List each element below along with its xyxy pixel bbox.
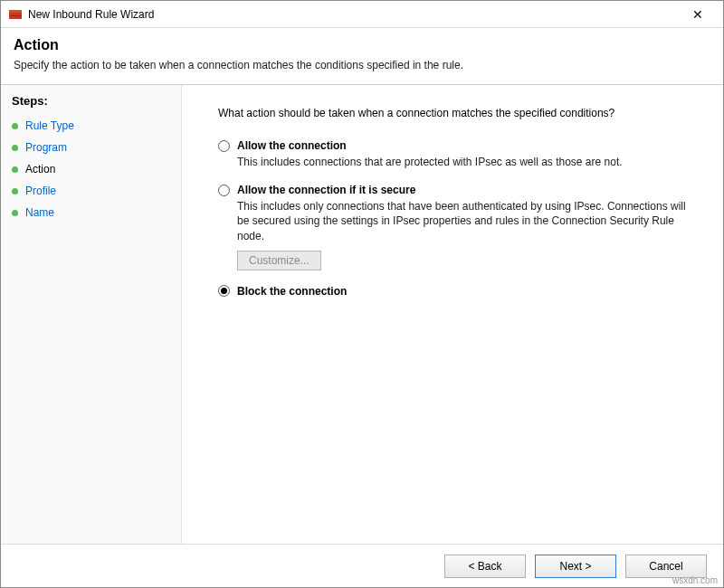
option-allow-secure: Allow the connection if it is secure Thi… bbox=[218, 184, 698, 270]
bullet-icon bbox=[12, 210, 18, 216]
content-panel: What action should be taken when a conne… bbox=[182, 85, 723, 544]
watermark: wsxdn.com bbox=[672, 575, 718, 585]
option-block: Block the connection bbox=[218, 285, 698, 298]
cancel-button[interactable]: Cancel bbox=[625, 555, 707, 578]
bullet-icon bbox=[12, 188, 18, 194]
wizard-window: New Inbound Rule Wizard ✕ Action Specify… bbox=[0, 0, 724, 588]
titlebar: New Inbound Rule Wizard ✕ bbox=[1, 1, 723, 28]
next-button[interactable]: Next > bbox=[535, 555, 616, 578]
bullet-icon bbox=[12, 123, 18, 129]
back-button[interactable]: < Back bbox=[444, 555, 526, 578]
footer: < Back Next > Cancel bbox=[1, 544, 723, 587]
step-action: Action bbox=[12, 158, 170, 180]
radio-block[interactable] bbox=[218, 285, 230, 297]
radio-allow-secure[interactable] bbox=[218, 185, 230, 196]
step-label: Name bbox=[25, 206, 54, 219]
header: Action Specify the action to be taken wh… bbox=[1, 28, 723, 84]
option-label: Allow the connection if it is secure bbox=[237, 184, 415, 196]
bullet-icon bbox=[12, 145, 18, 151]
bullet-icon bbox=[12, 166, 18, 173]
close-icon[interactable]: ✕ bbox=[680, 7, 716, 22]
window-title: New Inbound Rule Wizard bbox=[28, 8, 680, 21]
option-label: Allow the connection bbox=[237, 139, 347, 152]
body: Steps: Rule Type Program Action Profile … bbox=[1, 84, 723, 544]
steps-heading: Steps: bbox=[12, 94, 170, 108]
svg-rect-2 bbox=[9, 15, 22, 16]
step-program[interactable]: Program bbox=[12, 137, 170, 158]
radio-allow[interactable] bbox=[218, 140, 230, 152]
option-label: Block the connection bbox=[237, 285, 347, 298]
step-name[interactable]: Name bbox=[12, 202, 170, 223]
svg-rect-1 bbox=[9, 10, 22, 13]
option-row[interactable]: Allow the connection if it is secure bbox=[218, 184, 698, 196]
steps-sidebar: Steps: Rule Type Program Action Profile … bbox=[1, 85, 182, 544]
step-label: Profile bbox=[25, 185, 56, 197]
customize-button: Customize... bbox=[237, 251, 321, 270]
step-label: Action bbox=[25, 163, 55, 175]
step-rule-type[interactable]: Rule Type bbox=[12, 115, 170, 137]
option-allow: Allow the connection This includes conne… bbox=[218, 139, 698, 169]
option-row[interactable]: Block the connection bbox=[218, 285, 698, 298]
page-title: Action bbox=[14, 37, 710, 53]
step-label: Rule Type bbox=[25, 119, 74, 132]
content-prompt: What action should be taken when a conne… bbox=[218, 107, 698, 119]
option-description: This includes connections that are prote… bbox=[237, 155, 698, 169]
step-label: Program bbox=[25, 141, 67, 154]
step-profile[interactable]: Profile bbox=[12, 180, 170, 202]
page-description: Specify the action to be taken when a co… bbox=[14, 59, 710, 71]
firewall-icon bbox=[8, 7, 23, 22]
option-row[interactable]: Allow the connection bbox=[218, 139, 698, 152]
option-description: This includes only connections that have… bbox=[237, 199, 698, 243]
